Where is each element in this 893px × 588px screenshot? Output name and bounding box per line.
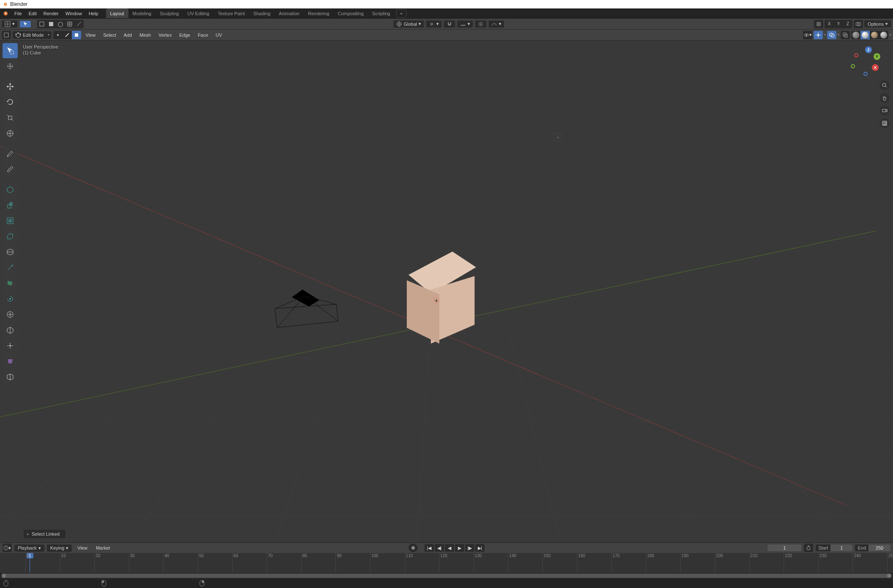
keying-dropdown[interactable]: Keying ▾ [47,545,72,552]
timeline-ruler[interactable]: 0102030405060708090100110120130140150160… [0,553,893,573]
timeline-scrollbar[interactable] [0,573,893,579]
tab-scripting[interactable]: Scripting [368,8,395,18]
overlay-toggle[interactable] [827,31,836,39]
nav-gizmo[interactable]: Z Y X [850,46,880,77]
tool-shrink[interactable] [3,338,18,353]
tool-spin[interactable] [3,291,18,306]
jump-start-button[interactable]: |◀ [425,544,434,552]
persp-ortho-button[interactable] [879,118,890,128]
nav-neg-x[interactable] [854,53,858,57]
play-reverse-button[interactable]: ◀ [445,544,454,552]
cursor-tool-button[interactable] [19,20,31,28]
vertex-select-mode[interactable] [53,31,63,39]
tool-measure[interactable] [3,162,18,177]
nav-x-axis[interactable]: X [872,64,879,71]
zoom-button[interactable] [879,80,890,90]
tab-modeling[interactable]: Modeling [128,8,156,18]
pivot-dropdown[interactable]: ▾ [426,20,442,28]
keyframe-prev-button[interactable]: ◀| [435,544,444,552]
select-grid-icon[interactable] [65,20,74,28]
pan-button[interactable] [879,93,890,103]
shading-solid[interactable] [860,31,870,39]
face-select-mode[interactable] [72,31,81,39]
orientation-dropdown[interactable]: Global ▾ [393,20,425,28]
axis-y-toggle[interactable]: Y [834,20,843,28]
snap-dropdown[interactable]: ▾ [457,20,473,28]
viewport-3d[interactable]: User Perspective (1) Cube [0,41,893,542]
tab-animation[interactable]: Animation [275,8,304,18]
select-edge-icon[interactable] [74,20,84,28]
intersect-button[interactable] [854,20,863,28]
xray-toggle[interactable] [841,31,850,39]
menu-face[interactable]: Face [195,31,211,39]
select-rect-icon[interactable] [37,20,46,28]
tool-smooth[interactable] [3,307,18,322]
axis-z-toggle[interactable]: Z [843,20,852,28]
tool-knife[interactable] [3,260,18,275]
add-workspace-button[interactable]: + [396,9,406,18]
playback-dropdown[interactable]: Playback ▾ [14,545,44,552]
tool-extrude[interactable] [3,198,18,213]
axis-x-toggle[interactable]: X [825,20,834,28]
menu-file[interactable]: File [11,9,25,18]
timeline-editor-type[interactable]: ▾ [3,544,12,552]
tab-compositing[interactable]: Compositing [334,8,368,18]
menu-view-3d[interactable]: View [83,31,99,39]
shading-wireframe[interactable] [851,31,860,39]
editor-type-small[interactable] [2,31,11,39]
visibility-dropdown[interactable]: ▾ [803,31,812,39]
tool-transform[interactable] [3,126,18,141]
shading-rendered[interactable] [879,31,888,39]
shading-material-preview[interactable] [870,31,879,39]
tool-inset[interactable] [3,213,18,228]
start-frame-field[interactable]: 1 [830,545,852,551]
tool-rip[interactable] [3,369,18,385]
edge-select-mode[interactable] [63,31,72,39]
tool-annotate[interactable] [3,146,18,161]
tool-polybuild[interactable] [3,276,18,291]
tool-shear[interactable] [3,354,18,369]
camera-view-button[interactable] [879,106,890,116]
tab-rendering[interactable]: Rendering [304,8,334,18]
tool-scale[interactable] [3,110,18,125]
tool-cursor[interactable] [3,59,18,74]
nav-neg-z[interactable] [863,72,868,76]
menu-vertex[interactable]: Vertex [155,31,174,39]
menu-edit[interactable]: Edit [25,9,40,18]
menu-mesh[interactable]: Mesh [136,31,154,39]
tool-bevel[interactable] [3,229,18,244]
options-dropdown[interactable]: Options ▾ [864,20,891,27]
current-frame-field[interactable]: 1 [768,545,801,551]
keyframe-next-button[interactable]: |▶ [465,544,474,552]
tool-select-box[interactable] [3,43,18,58]
auto-key-toggle[interactable] [408,544,418,552]
timeline-view-menu[interactable]: View [74,544,90,552]
proportional-toggle[interactable] [475,20,487,28]
last-operator-panel[interactable]: Select Linked [24,530,65,538]
menu-add-3d[interactable]: Add [121,31,135,39]
tool-add-cube[interactable] [3,182,18,197]
select-shaded-icon[interactable] [46,20,56,28]
end-frame-field[interactable]: 250 [868,545,890,551]
gizmo-toggle[interactable] [814,31,823,39]
mesh-filter-button[interactable] [814,20,823,28]
timeline-marker-menu[interactable]: Marker [93,544,113,552]
preview-range-toggle[interactable] [804,544,813,552]
tab-texture-paint[interactable]: Texture Paint [213,8,249,18]
tab-layout[interactable]: Layout [106,8,128,18]
menu-window[interactable]: Window [62,9,85,18]
nav-y-axis[interactable]: Y [874,53,880,60]
play-button[interactable]: ▶ [455,544,464,552]
tool-rotate[interactable] [3,95,18,110]
menu-render[interactable]: Render [40,9,62,18]
jump-end-button[interactable]: ▶| [475,544,485,552]
menu-help[interactable]: Help [85,9,102,18]
nav-z-axis[interactable]: Z [865,46,872,53]
editor-type-dropdown[interactable]: ▾ [2,20,18,28]
tool-move[interactable] [3,79,18,94]
proportional-dropdown[interactable]: ▾ [488,20,504,28]
nav-neg-y[interactable] [851,64,855,68]
menu-edge[interactable]: Edge [176,31,193,39]
tab-shading[interactable]: Shading [249,8,275,18]
snap-toggle[interactable] [444,20,455,28]
